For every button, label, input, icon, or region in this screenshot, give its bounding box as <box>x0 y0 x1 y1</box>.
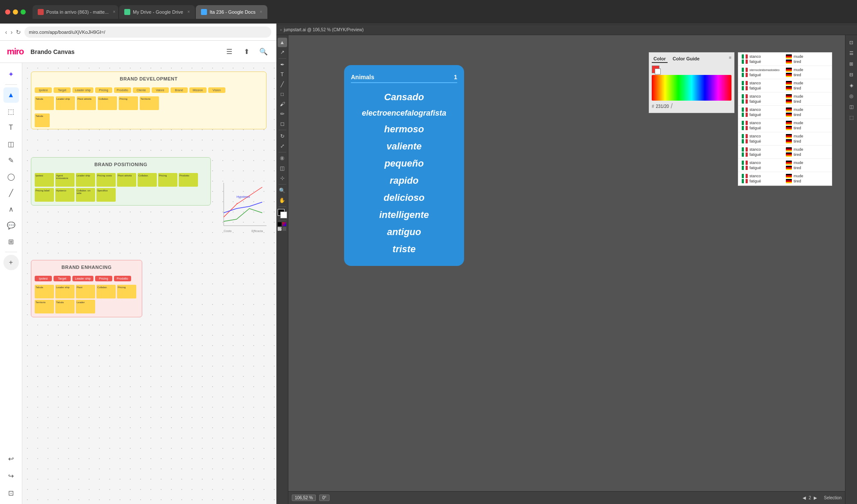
sticky-note[interactable]: Pricing <box>95 87 112 93</box>
ai-properties-icon[interactable]: ⊡ <box>847 38 856 47</box>
tab-drive[interactable]: My Drive - Google Drive × <box>119 5 195 19</box>
mini-sticky[interactable]: Leader ship <box>56 96 75 110</box>
minimize-button[interactable] <box>13 9 18 15</box>
tab-close-icon[interactable]: × <box>113 9 116 14</box>
ai-gradient-tool[interactable]: ◫ <box>278 164 287 173</box>
export-icon[interactable]: ⬆ <box>240 46 252 58</box>
mini-sticky[interactable]: Collabor. <box>98 96 117 110</box>
ai-rect-tool[interactable]: □ <box>278 89 287 99</box>
mini-sticky[interactable]: Prodotto <box>179 173 198 187</box>
ai-type-tool[interactable]: T <box>278 70 287 79</box>
sticky-note[interactable]: Target <box>54 87 71 93</box>
sticky-note[interactable]: Brand <box>171 87 188 93</box>
mini-sticky[interactable]: Tabula <box>35 96 54 110</box>
forward-button[interactable]: › <box>11 29 13 36</box>
ai-transform-icon[interactable]: ⊞ <box>847 59 856 69</box>
mini-sticky[interactable]: Hysterco <box>55 188 75 202</box>
refresh-button[interactable]: ↻ <box>16 29 21 36</box>
page-next-btn[interactable]: ▶ <box>814 495 817 500</box>
tab-gmail[interactable]: Posta in arrivo (863) - matte... × <box>33 5 118 19</box>
sticky-note-red[interactable]: Ipotesi <box>35 276 52 281</box>
ai-select-tool[interactable]: ▲ <box>278 38 287 47</box>
ai-pathfinder-icon[interactable]: ◈ <box>847 81 856 90</box>
grid-tool[interactable]: ⊞ <box>3 234 19 249</box>
color-tab[interactable]: Color <box>652 55 668 63</box>
mini-sticky[interactable]: Leader <box>76 300 95 313</box>
sticky-note[interactable]: Leader ship <box>72 87 93 93</box>
tab-close-icon[interactable]: × <box>187 9 190 14</box>
ai-rotate-tool[interactable]: ↻ <box>278 131 287 141</box>
search-icon[interactable]: 🔍 <box>258 46 270 58</box>
mini-sticky[interactable]: Agent innovatore <box>55 173 75 187</box>
mini-sticky[interactable]: Leader ship <box>76 173 95 187</box>
mini-sticky[interactable]: Piani attività <box>117 173 136 187</box>
ai-appearance-icon[interactable]: ◎ <box>847 91 856 101</box>
page-prev-btn[interactable]: ◀ <box>803 495 806 500</box>
ai-eyedropper-tool[interactable]: ⊹ <box>278 173 287 183</box>
mini-sticky[interactable]: Piani <box>76 285 95 298</box>
zoom-level[interactable]: 106,52 % <box>292 495 316 501</box>
comment-tool[interactable]: 💬 <box>3 218 19 233</box>
mini-sticky[interactable]: Specifico <box>96 188 116 202</box>
mini-sticky[interactable]: Leader ship <box>55 285 75 298</box>
sticky-tool[interactable]: ◫ <box>3 136 19 152</box>
doc-tab-item[interactable]: × jumpstart.ai @ 106,52 % (CMYK/Preview) <box>280 27 364 32</box>
layout-tool[interactable]: ⊡ <box>3 485 19 501</box>
sticky-note-red[interactable]: Pricing <box>95 276 112 281</box>
close-button[interactable] <box>5 9 10 15</box>
mini-sticky[interactable]: Ipotesi <box>35 173 54 187</box>
color-mode-fill[interactable] <box>278 222 282 226</box>
color-mode-pattern[interactable] <box>282 227 286 231</box>
ai-eraser-tool[interactable]: ◻ <box>278 119 287 128</box>
color-guide-tab[interactable]: Color Guide <box>671 55 701 63</box>
rotation-value[interactable]: 0° <box>319 495 330 501</box>
connector-tool[interactable]: ∧ <box>3 201 19 217</box>
ai-artboards-icon[interactable]: ⬚ <box>847 113 856 122</box>
ai-direct-select-tool[interactable]: ↗ <box>278 48 287 57</box>
add-tool[interactable]: + <box>3 255 19 270</box>
doc-tab-close-icon[interactable]: × <box>280 28 282 32</box>
fill-stroke-swatches[interactable] <box>278 209 287 218</box>
fullscreen-button[interactable] <box>21 9 26 15</box>
color-spectrum[interactable] <box>652 75 731 101</box>
tab-docs[interactable]: Ita 236 - Google Docs × <box>196 5 267 19</box>
mini-sticky[interactable]: Pricing label <box>35 188 54 202</box>
color-mode-gradient[interactable] <box>282 222 286 226</box>
foreground-swatch[interactable] <box>652 66 659 73</box>
undo-tool[interactable]: ↩ <box>3 451 19 466</box>
ai-layers-icon[interactable]: ◫ <box>847 102 856 111</box>
mini-sticky[interactable]: Pricing <box>158 173 177 187</box>
color-mode-none[interactable] <box>278 227 282 231</box>
sticky-note[interactable]: Valore <box>152 87 169 93</box>
select-tool[interactable]: ▲ <box>3 87 19 103</box>
ai-libraries-icon[interactable]: ☰ <box>847 48 856 58</box>
ai-tool[interactable]: ✦ <box>3 66 19 82</box>
sticky-note-red[interactable]: Target <box>54 276 71 281</box>
sticky-note[interactable]: Cliente <box>133 87 150 93</box>
ai-paintbrush-tool[interactable]: 🖌 <box>278 99 287 109</box>
mini-sticky[interactable]: Pricing <box>117 285 136 298</box>
ai-hand-tool[interactable]: ✋ <box>278 196 287 205</box>
sticky-note-red[interactable]: Leader ship <box>72 276 93 281</box>
mini-sticky[interactable]: Pricing costo <box>96 173 116 187</box>
sticky-note[interactable]: Ipotesi <box>35 87 52 93</box>
board-name[interactable]: Brando Canvas <box>30 48 75 55</box>
mini-sticky[interactable]: Tabula <box>55 300 75 313</box>
mini-sticky[interactable]: Territorio <box>35 300 54 313</box>
mini-sticky[interactable]: Collabor. <box>96 285 116 298</box>
menu-icon[interactable]: ☰ <box>223 46 235 58</box>
mini-sticky[interactable]: Pricing <box>119 96 138 110</box>
ai-align-icon[interactable]: ⊟ <box>847 70 856 79</box>
shape-tool[interactable]: ◯ <box>3 169 19 184</box>
ai-pen-tool[interactable]: ✒ <box>278 60 287 69</box>
mini-sticky-tabula[interactable]: Tabula <box>35 113 50 127</box>
mini-sticky[interactable]: Piani attività <box>77 96 96 110</box>
ai-line-tool[interactable]: ╱ <box>278 80 287 89</box>
ai-pencil-tool[interactable]: ✏ <box>278 109 287 119</box>
ai-scale-tool[interactable]: ⤢ <box>278 141 287 151</box>
text-tool[interactable]: T <box>3 120 19 135</box>
frame-tool[interactable]: ⬚ <box>3 104 19 119</box>
background-swatch[interactable] <box>655 69 661 75</box>
tab-close-icon[interactable]: × <box>260 9 262 14</box>
sticky-note[interactable]: Mission <box>189 87 207 93</box>
